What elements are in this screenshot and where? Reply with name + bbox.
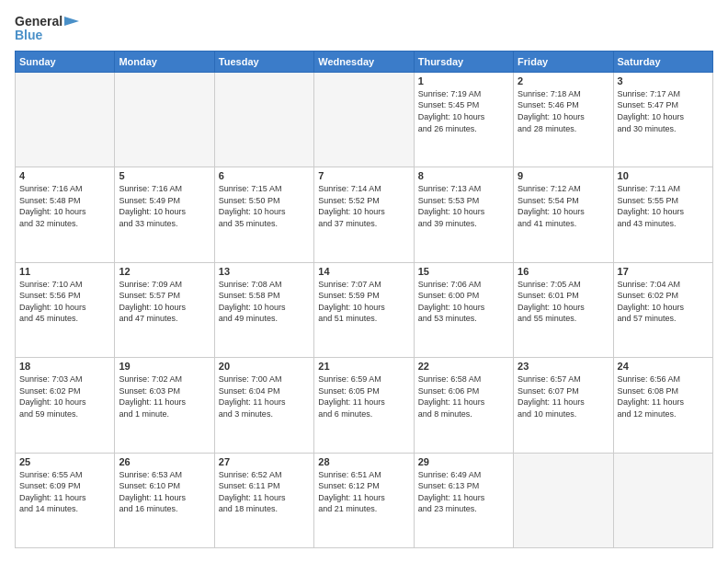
day-number: 7 xyxy=(318,170,409,181)
calendar-cell: 26Sunrise: 6:53 AM Sunset: 6:10 PM Dayli… xyxy=(115,453,214,547)
day-number: 27 xyxy=(219,456,310,467)
day-info: Sunrise: 7:19 AM Sunset: 5:45 PM Dayligh… xyxy=(418,88,509,134)
calendar-cell xyxy=(613,453,712,547)
day-info: Sunrise: 7:08 AM Sunset: 5:58 PM Dayligh… xyxy=(219,279,310,325)
day-number: 23 xyxy=(518,361,609,372)
day-number: 17 xyxy=(618,266,709,277)
calendar-cell: 29Sunrise: 6:49 AM Sunset: 6:13 PM Dayli… xyxy=(414,453,513,547)
calendar-week-row: 25Sunrise: 6:55 AM Sunset: 6:09 PM Dayli… xyxy=(16,453,713,547)
day-number: 18 xyxy=(19,361,110,372)
page-header: General Blue xyxy=(15,15,713,43)
day-info: Sunrise: 7:12 AM Sunset: 5:54 PM Dayligh… xyxy=(518,183,609,229)
calendar-header-row: SundayMondayTuesdayWednesdayThursdayFrid… xyxy=(16,51,713,72)
calendar-cell: 7Sunrise: 7:14 AM Sunset: 5:52 PM Daylig… xyxy=(314,167,414,262)
logo: General Blue xyxy=(15,15,79,43)
calendar-week-row: 4Sunrise: 7:16 AM Sunset: 5:48 PM Daylig… xyxy=(16,167,713,262)
day-info: Sunrise: 7:10 AM Sunset: 5:56 PM Dayligh… xyxy=(19,279,110,325)
day-number: 24 xyxy=(618,361,709,372)
day-info: Sunrise: 7:07 AM Sunset: 5:59 PM Dayligh… xyxy=(318,279,409,325)
day-number: 25 xyxy=(19,456,110,467)
weekday-header-wednesday: Wednesday xyxy=(314,51,414,72)
day-info: Sunrise: 7:13 AM Sunset: 5:53 PM Dayligh… xyxy=(418,183,509,229)
day-number: 6 xyxy=(219,170,310,181)
day-info: Sunrise: 6:51 AM Sunset: 6:12 PM Dayligh… xyxy=(318,469,409,515)
day-info: Sunrise: 7:11 AM Sunset: 5:55 PM Dayligh… xyxy=(618,183,709,229)
day-number: 10 xyxy=(618,170,709,181)
calendar-cell: 28Sunrise: 6:51 AM Sunset: 6:12 PM Dayli… xyxy=(314,453,414,547)
calendar-cell: 27Sunrise: 6:52 AM Sunset: 6:11 PM Dayli… xyxy=(214,453,313,547)
day-number: 16 xyxy=(518,266,609,277)
day-info: Sunrise: 7:17 AM Sunset: 5:47 PM Dayligh… xyxy=(618,88,709,134)
day-number: 1 xyxy=(418,75,509,86)
day-info: Sunrise: 7:00 AM Sunset: 6:04 PM Dayligh… xyxy=(219,373,310,419)
calendar-cell xyxy=(115,72,214,167)
day-info: Sunrise: 7:09 AM Sunset: 5:57 PM Dayligh… xyxy=(119,279,210,325)
calendar-cell: 14Sunrise: 7:07 AM Sunset: 5:59 PM Dayli… xyxy=(314,262,414,357)
calendar-cell: 23Sunrise: 6:57 AM Sunset: 6:07 PM Dayli… xyxy=(514,358,613,453)
day-info: Sunrise: 6:59 AM Sunset: 6:05 PM Dayligh… xyxy=(318,373,409,419)
calendar-week-row: 18Sunrise: 7:03 AM Sunset: 6:02 PM Dayli… xyxy=(16,358,713,453)
calendar-cell: 11Sunrise: 7:10 AM Sunset: 5:56 PM Dayli… xyxy=(16,262,115,357)
weekday-header-thursday: Thursday xyxy=(414,51,513,72)
day-info: Sunrise: 6:58 AM Sunset: 6:06 PM Dayligh… xyxy=(418,373,509,419)
calendar-cell: 8Sunrise: 7:13 AM Sunset: 5:53 PM Daylig… xyxy=(414,167,513,262)
calendar-cell: 4Sunrise: 7:16 AM Sunset: 5:48 PM Daylig… xyxy=(16,167,115,262)
calendar-cell: 9Sunrise: 7:12 AM Sunset: 5:54 PM Daylig… xyxy=(514,167,613,262)
calendar-cell: 5Sunrise: 7:16 AM Sunset: 5:49 PM Daylig… xyxy=(115,167,214,262)
day-number: 11 xyxy=(19,266,110,277)
day-number: 15 xyxy=(418,266,509,277)
day-number: 8 xyxy=(418,170,509,181)
weekday-header-monday: Monday xyxy=(115,51,214,72)
svg-marker-0 xyxy=(64,17,79,26)
calendar-cell xyxy=(16,72,115,167)
day-info: Sunrise: 6:56 AM Sunset: 6:08 PM Dayligh… xyxy=(618,373,709,419)
calendar-cell: 12Sunrise: 7:09 AM Sunset: 5:57 PM Dayli… xyxy=(115,262,214,357)
day-info: Sunrise: 7:14 AM Sunset: 5:52 PM Dayligh… xyxy=(318,183,409,229)
day-number: 19 xyxy=(119,361,210,372)
day-number: 4 xyxy=(19,170,110,181)
day-number: 3 xyxy=(618,75,709,86)
day-info: Sunrise: 7:04 AM Sunset: 6:02 PM Dayligh… xyxy=(618,279,709,325)
calendar-cell: 3Sunrise: 7:17 AM Sunset: 5:47 PM Daylig… xyxy=(613,72,712,167)
calendar-cell xyxy=(514,453,613,547)
calendar-cell xyxy=(214,72,313,167)
day-info: Sunrise: 7:05 AM Sunset: 6:01 PM Dayligh… xyxy=(518,279,609,325)
calendar-cell: 13Sunrise: 7:08 AM Sunset: 5:58 PM Dayli… xyxy=(214,262,313,357)
day-number: 20 xyxy=(219,361,310,372)
calendar-cell: 10Sunrise: 7:11 AM Sunset: 5:55 PM Dayli… xyxy=(613,167,712,262)
calendar-cell: 16Sunrise: 7:05 AM Sunset: 6:01 PM Dayli… xyxy=(514,262,613,357)
calendar-cell: 18Sunrise: 7:03 AM Sunset: 6:02 PM Dayli… xyxy=(16,358,115,453)
calendar-cell: 24Sunrise: 6:56 AM Sunset: 6:08 PM Dayli… xyxy=(613,358,712,453)
day-number: 12 xyxy=(119,266,210,277)
day-info: Sunrise: 6:49 AM Sunset: 6:13 PM Dayligh… xyxy=(418,469,509,515)
day-number: 14 xyxy=(318,266,409,277)
day-number: 13 xyxy=(219,266,310,277)
calendar-cell: 19Sunrise: 7:02 AM Sunset: 6:03 PM Dayli… xyxy=(115,358,214,453)
calendar-cell: 20Sunrise: 7:00 AM Sunset: 6:04 PM Dayli… xyxy=(214,358,313,453)
weekday-header-friday: Friday xyxy=(514,51,613,72)
day-info: Sunrise: 7:16 AM Sunset: 5:48 PM Dayligh… xyxy=(19,183,110,229)
weekday-header-saturday: Saturday xyxy=(613,51,712,72)
calendar-week-row: 11Sunrise: 7:10 AM Sunset: 5:56 PM Dayli… xyxy=(16,262,713,357)
calendar-table: SundayMondayTuesdayWednesdayThursdayFrid… xyxy=(15,51,713,548)
day-number: 21 xyxy=(318,361,409,372)
day-info: Sunrise: 6:55 AM Sunset: 6:09 PM Dayligh… xyxy=(19,469,110,515)
calendar-cell xyxy=(314,72,414,167)
calendar-cell: 17Sunrise: 7:04 AM Sunset: 6:02 PM Dayli… xyxy=(613,262,712,357)
day-info: Sunrise: 7:16 AM Sunset: 5:49 PM Dayligh… xyxy=(119,183,210,229)
day-info: Sunrise: 6:57 AM Sunset: 6:07 PM Dayligh… xyxy=(518,373,609,419)
day-number: 28 xyxy=(318,456,409,467)
day-info: Sunrise: 6:53 AM Sunset: 6:10 PM Dayligh… xyxy=(119,469,210,515)
day-info: Sunrise: 7:15 AM Sunset: 5:50 PM Dayligh… xyxy=(219,183,310,229)
calendar-cell: 22Sunrise: 6:58 AM Sunset: 6:06 PM Dayli… xyxy=(414,358,513,453)
day-number: 29 xyxy=(418,456,509,467)
weekday-header-tuesday: Tuesday xyxy=(214,51,313,72)
calendar-cell: 15Sunrise: 7:06 AM Sunset: 6:00 PM Dayli… xyxy=(414,262,513,357)
day-number: 2 xyxy=(518,75,609,86)
day-info: Sunrise: 7:02 AM Sunset: 6:03 PM Dayligh… xyxy=(119,373,210,419)
day-info: Sunrise: 6:52 AM Sunset: 6:11 PM Dayligh… xyxy=(219,469,310,515)
day-info: Sunrise: 7:18 AM Sunset: 5:46 PM Dayligh… xyxy=(518,88,609,134)
calendar-cell: 1Sunrise: 7:19 AM Sunset: 5:45 PM Daylig… xyxy=(414,72,513,167)
day-info: Sunrise: 7:03 AM Sunset: 6:02 PM Dayligh… xyxy=(19,373,110,419)
day-number: 22 xyxy=(418,361,509,372)
